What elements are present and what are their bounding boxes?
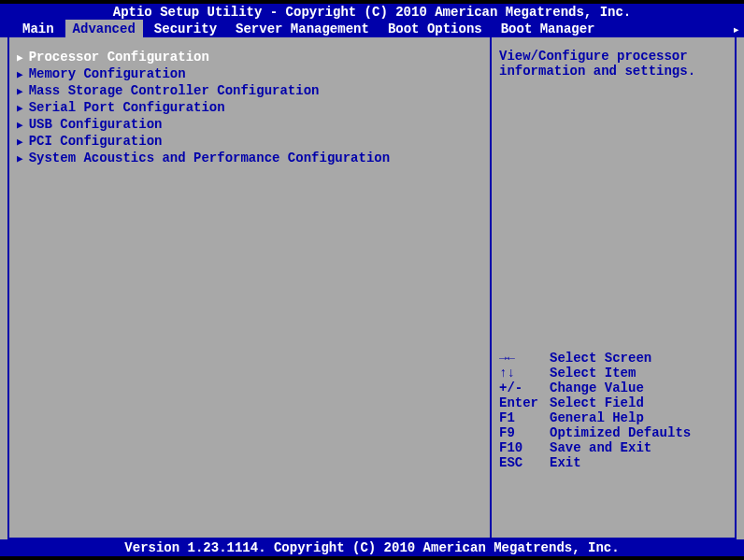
key-row-change-value: +/- Change Value — [499, 381, 727, 395]
title-bar: Aptio Setup Utility - Copyright (C) 2010… — [0, 4, 744, 21]
content-frame: ▶ Processor Configuration ▶ Memory Confi… — [0, 37, 744, 539]
submenu-arrow-icon: ▶ — [17, 85, 23, 97]
tab-advanced[interactable]: Advanced — [65, 20, 143, 38]
submenu-arrow-icon: ▶ — [17, 119, 23, 131]
help-text: View/Configure processor information and… — [499, 49, 727, 79]
entry-memory-config[interactable]: ▶ Memory Configuration — [17, 65, 482, 82]
help-line: View/Configure processor — [499, 49, 727, 64]
entry-usb-config[interactable]: ▶ USB Configuration — [17, 116, 482, 133]
bottom-black-bar — [0, 556, 744, 560]
key-name: F10 — [499, 440, 550, 455]
bios-screen: Aptio Setup Utility - Copyright (C) 2010… — [0, 0, 744, 560]
tab-server-management[interactable]: Server Management — [228, 20, 377, 38]
key-row-exit: ESC Exit — [499, 455, 727, 470]
entry-mass-storage-config[interactable]: ▶ Mass Storage Controller Configuration — [17, 82, 482, 99]
submenu-arrow-icon: ▶ — [17, 68, 23, 80]
title-text: Aptio Setup Utility - Copyright (C) 2010… — [113, 5, 632, 20]
key-desc: Exit — [550, 455, 581, 470]
menu-bar: Main Advanced Security Server Management… — [0, 21, 744, 37]
entry-label: USB Configuration — [29, 117, 163, 132]
key-desc: Save and Exit — [550, 440, 651, 455]
tab-security[interactable]: Security — [147, 20, 224, 38]
key-row-general-help: F1 General Help — [499, 410, 727, 425]
key-row-save-exit: F10 Save and Exit — [499, 440, 727, 455]
tab-main[interactable]: Main — [15, 20, 62, 38]
key-desc: General Help — [550, 410, 644, 425]
right-arrow-icon: ▸ — [733, 22, 740, 37]
entry-serial-port-config[interactable]: ▶ Serial Port Configuration — [17, 99, 482, 116]
key-desc: Change Value — [550, 381, 644, 395]
right-panel: View/Configure processor information and… — [492, 37, 735, 538]
key-name: ↑↓ — [499, 366, 550, 381]
key-legend: →← Select Screen ↑↓ Select Item +/- Chan… — [499, 351, 727, 470]
key-row-optimized-defaults: F9 Optimized Defaults — [499, 425, 727, 440]
key-name: Enter — [499, 395, 550, 410]
tab-boot-manager[interactable]: Boot Manager — [494, 20, 603, 38]
submenu-arrow-icon: ▶ — [17, 152, 23, 165]
key-row-select-screen: →← Select Screen — [499, 351, 727, 366]
entry-label: Processor Configuration — [29, 50, 209, 65]
entry-system-acoustics-config[interactable]: ▶ System Acoustics and Performance Confi… — [17, 150, 482, 166]
entry-label: PCI Configuration — [29, 134, 163, 149]
key-row-select-field: Enter Select Field — [499, 395, 727, 410]
help-line: information and settings. — [499, 64, 727, 79]
entry-label: Mass Storage Controller Configuration — [29, 83, 320, 98]
key-name: F1 — [499, 410, 550, 425]
submenu-arrow-icon: ▶ — [17, 136, 23, 148]
key-row-select-item: ↑↓ Select Item — [499, 366, 727, 381]
entry-label: Serial Port Configuration — [29, 100, 225, 115]
footer-bar: Version 1.23.1114. Copyright (C) 2010 Am… — [0, 539, 744, 556]
key-name: F9 — [499, 425, 550, 440]
key-name: ESC — [499, 455, 550, 470]
entry-processor-config[interactable]: ▶ Processor Configuration — [17, 49, 482, 65]
entry-label: Memory Configuration — [29, 66, 186, 81]
key-name: →← — [499, 351, 550, 366]
tab-boot-options[interactable]: Boot Options — [380, 20, 490, 38]
footer-text: Version 1.23.1114. Copyright (C) 2010 Am… — [124, 540, 619, 555]
key-desc: Select Screen — [550, 351, 651, 366]
key-desc: Select Item — [550, 366, 636, 381]
left-panel: ▶ Processor Configuration ▶ Memory Confi… — [9, 37, 492, 538]
main-content: ▶ Processor Configuration ▶ Memory Confi… — [7, 37, 737, 539]
submenu-arrow-icon: ▶ — [17, 51, 23, 64]
submenu-arrow-icon: ▶ — [17, 102, 23, 114]
entry-pci-config[interactable]: ▶ PCI Configuration — [17, 133, 482, 150]
key-name: +/- — [499, 381, 550, 395]
entry-label: System Acoustics and Performance Configu… — [29, 151, 390, 165]
key-desc: Optimized Defaults — [550, 425, 691, 440]
key-desc: Select Field — [550, 395, 644, 410]
